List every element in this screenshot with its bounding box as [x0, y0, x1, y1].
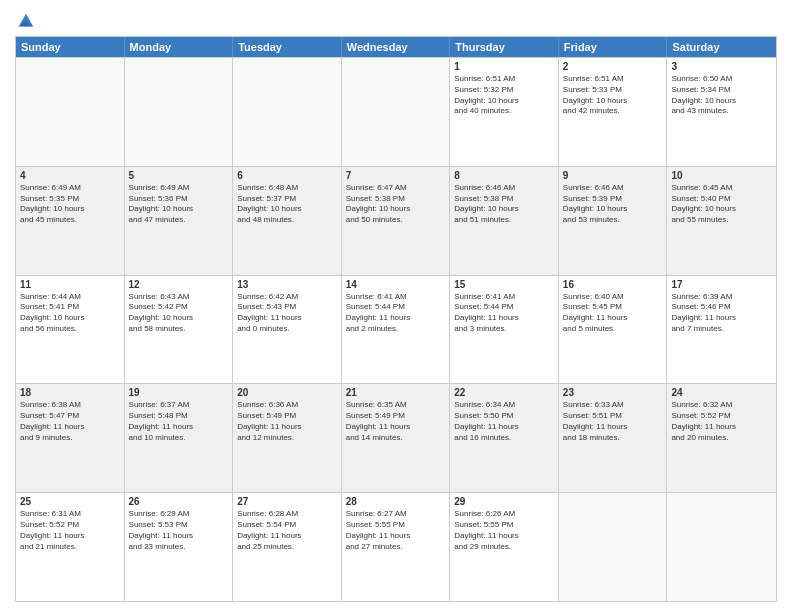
cell-info: Sunrise: 6:34 AMSunset: 5:50 PMDaylight:… — [454, 400, 554, 443]
day-number: 5 — [129, 170, 229, 181]
page: SundayMondayTuesdayWednesdayThursdayFrid… — [0, 0, 792, 612]
cal-cell-0-6: 3Sunrise: 6:50 AMSunset: 5:34 PMDaylight… — [667, 58, 776, 166]
cell-info: Sunrise: 6:47 AMSunset: 5:38 PMDaylight:… — [346, 183, 446, 226]
header — [15, 10, 777, 30]
cell-info: Sunrise: 6:41 AMSunset: 5:44 PMDaylight:… — [454, 292, 554, 335]
cal-cell-0-1 — [125, 58, 234, 166]
header-day-monday: Monday — [125, 37, 234, 57]
cell-info: Sunrise: 6:50 AMSunset: 5:34 PMDaylight:… — [671, 74, 772, 117]
cal-cell-1-0: 4Sunrise: 6:49 AMSunset: 5:35 PMDaylight… — [16, 167, 125, 275]
day-number: 14 — [346, 279, 446, 290]
day-number: 15 — [454, 279, 554, 290]
day-number: 9 — [563, 170, 663, 181]
cal-cell-3-1: 19Sunrise: 6:37 AMSunset: 5:48 PMDayligh… — [125, 384, 234, 492]
cell-info: Sunrise: 6:37 AMSunset: 5:48 PMDaylight:… — [129, 400, 229, 443]
cal-cell-0-0 — [16, 58, 125, 166]
day-number: 16 — [563, 279, 663, 290]
day-number: 11 — [20, 279, 120, 290]
calendar-row-1: 4Sunrise: 6:49 AMSunset: 5:35 PMDaylight… — [16, 166, 776, 275]
cell-info: Sunrise: 6:46 AMSunset: 5:38 PMDaylight:… — [454, 183, 554, 226]
day-number: 8 — [454, 170, 554, 181]
day-number: 4 — [20, 170, 120, 181]
cal-cell-4-6 — [667, 493, 776, 601]
cell-info: Sunrise: 6:49 AMSunset: 5:36 PMDaylight:… — [129, 183, 229, 226]
day-number: 10 — [671, 170, 772, 181]
cell-info: Sunrise: 6:27 AMSunset: 5:55 PMDaylight:… — [346, 509, 446, 552]
day-number: 2 — [563, 61, 663, 72]
cal-cell-2-3: 14Sunrise: 6:41 AMSunset: 5:44 PMDayligh… — [342, 276, 451, 384]
cell-info: Sunrise: 6:39 AMSunset: 5:46 PMDaylight:… — [671, 292, 772, 335]
cell-info: Sunrise: 6:43 AMSunset: 5:42 PMDaylight:… — [129, 292, 229, 335]
cell-info: Sunrise: 6:33 AMSunset: 5:51 PMDaylight:… — [563, 400, 663, 443]
day-number: 27 — [237, 496, 337, 507]
day-number: 17 — [671, 279, 772, 290]
logo — [15, 14, 35, 30]
day-number: 23 — [563, 387, 663, 398]
cell-info: Sunrise: 6:41 AMSunset: 5:44 PMDaylight:… — [346, 292, 446, 335]
cell-info: Sunrise: 6:29 AMSunset: 5:53 PMDaylight:… — [129, 509, 229, 552]
day-number: 6 — [237, 170, 337, 181]
day-number: 24 — [671, 387, 772, 398]
cal-cell-1-3: 7Sunrise: 6:47 AMSunset: 5:38 PMDaylight… — [342, 167, 451, 275]
cell-info: Sunrise: 6:35 AMSunset: 5:49 PMDaylight:… — [346, 400, 446, 443]
cal-cell-3-5: 23Sunrise: 6:33 AMSunset: 5:51 PMDayligh… — [559, 384, 668, 492]
cal-cell-3-0: 18Sunrise: 6:38 AMSunset: 5:47 PMDayligh… — [16, 384, 125, 492]
calendar-row-4: 25Sunrise: 6:31 AMSunset: 5:52 PMDayligh… — [16, 492, 776, 601]
day-number: 12 — [129, 279, 229, 290]
cal-cell-4-0: 25Sunrise: 6:31 AMSunset: 5:52 PMDayligh… — [16, 493, 125, 601]
cell-info: Sunrise: 6:28 AMSunset: 5:54 PMDaylight:… — [237, 509, 337, 552]
cell-info: Sunrise: 6:44 AMSunset: 5:41 PMDaylight:… — [20, 292, 120, 335]
cal-cell-0-4: 1Sunrise: 6:51 AMSunset: 5:32 PMDaylight… — [450, 58, 559, 166]
header-day-wednesday: Wednesday — [342, 37, 451, 57]
cal-cell-3-2: 20Sunrise: 6:36 AMSunset: 5:49 PMDayligh… — [233, 384, 342, 492]
cell-info: Sunrise: 6:45 AMSunset: 5:40 PMDaylight:… — [671, 183, 772, 226]
calendar-header: SundayMondayTuesdayWednesdayThursdayFrid… — [16, 37, 776, 57]
day-number: 1 — [454, 61, 554, 72]
cell-info: Sunrise: 6:46 AMSunset: 5:39 PMDaylight:… — [563, 183, 663, 226]
cell-info: Sunrise: 6:42 AMSunset: 5:43 PMDaylight:… — [237, 292, 337, 335]
cell-info: Sunrise: 6:31 AMSunset: 5:52 PMDaylight:… — [20, 509, 120, 552]
calendar-body: 1Sunrise: 6:51 AMSunset: 5:32 PMDaylight… — [16, 57, 776, 601]
calendar: SundayMondayTuesdayWednesdayThursdayFrid… — [15, 36, 777, 602]
cal-cell-0-2 — [233, 58, 342, 166]
day-number: 29 — [454, 496, 554, 507]
cell-info: Sunrise: 6:51 AMSunset: 5:32 PMDaylight:… — [454, 74, 554, 117]
cell-info: Sunrise: 6:36 AMSunset: 5:49 PMDaylight:… — [237, 400, 337, 443]
day-number: 22 — [454, 387, 554, 398]
cell-info: Sunrise: 6:40 AMSunset: 5:45 PMDaylight:… — [563, 292, 663, 335]
day-number: 7 — [346, 170, 446, 181]
cal-cell-1-1: 5Sunrise: 6:49 AMSunset: 5:36 PMDaylight… — [125, 167, 234, 275]
cal-cell-3-6: 24Sunrise: 6:32 AMSunset: 5:52 PMDayligh… — [667, 384, 776, 492]
day-number: 19 — [129, 387, 229, 398]
cell-info: Sunrise: 6:38 AMSunset: 5:47 PMDaylight:… — [20, 400, 120, 443]
cal-cell-1-4: 8Sunrise: 6:46 AMSunset: 5:38 PMDaylight… — [450, 167, 559, 275]
cal-cell-2-1: 12Sunrise: 6:43 AMSunset: 5:42 PMDayligh… — [125, 276, 234, 384]
day-number: 21 — [346, 387, 446, 398]
day-number: 18 — [20, 387, 120, 398]
header-day-friday: Friday — [559, 37, 668, 57]
header-day-tuesday: Tuesday — [233, 37, 342, 57]
cal-cell-4-4: 29Sunrise: 6:26 AMSunset: 5:55 PMDayligh… — [450, 493, 559, 601]
cal-cell-1-5: 9Sunrise: 6:46 AMSunset: 5:39 PMDaylight… — [559, 167, 668, 275]
cal-cell-1-6: 10Sunrise: 6:45 AMSunset: 5:40 PMDayligh… — [667, 167, 776, 275]
cal-cell-2-5: 16Sunrise: 6:40 AMSunset: 5:45 PMDayligh… — [559, 276, 668, 384]
calendar-row-0: 1Sunrise: 6:51 AMSunset: 5:32 PMDaylight… — [16, 57, 776, 166]
day-number: 20 — [237, 387, 337, 398]
header-day-sunday: Sunday — [16, 37, 125, 57]
cal-cell-2-4: 15Sunrise: 6:41 AMSunset: 5:44 PMDayligh… — [450, 276, 559, 384]
cal-cell-0-5: 2Sunrise: 6:51 AMSunset: 5:33 PMDaylight… — [559, 58, 668, 166]
header-day-saturday: Saturday — [667, 37, 776, 57]
cell-info: Sunrise: 6:51 AMSunset: 5:33 PMDaylight:… — [563, 74, 663, 117]
cal-cell-3-3: 21Sunrise: 6:35 AMSunset: 5:49 PMDayligh… — [342, 384, 451, 492]
cal-cell-0-3 — [342, 58, 451, 166]
cal-cell-4-3: 28Sunrise: 6:27 AMSunset: 5:55 PMDayligh… — [342, 493, 451, 601]
cal-cell-4-1: 26Sunrise: 6:29 AMSunset: 5:53 PMDayligh… — [125, 493, 234, 601]
cell-info: Sunrise: 6:48 AMSunset: 5:37 PMDaylight:… — [237, 183, 337, 226]
calendar-row-3: 18Sunrise: 6:38 AMSunset: 5:47 PMDayligh… — [16, 383, 776, 492]
day-number: 26 — [129, 496, 229, 507]
cell-info: Sunrise: 6:49 AMSunset: 5:35 PMDaylight:… — [20, 183, 120, 226]
cal-cell-2-2: 13Sunrise: 6:42 AMSunset: 5:43 PMDayligh… — [233, 276, 342, 384]
cell-info: Sunrise: 6:32 AMSunset: 5:52 PMDaylight:… — [671, 400, 772, 443]
header-day-thursday: Thursday — [450, 37, 559, 57]
cal-cell-3-4: 22Sunrise: 6:34 AMSunset: 5:50 PMDayligh… — [450, 384, 559, 492]
